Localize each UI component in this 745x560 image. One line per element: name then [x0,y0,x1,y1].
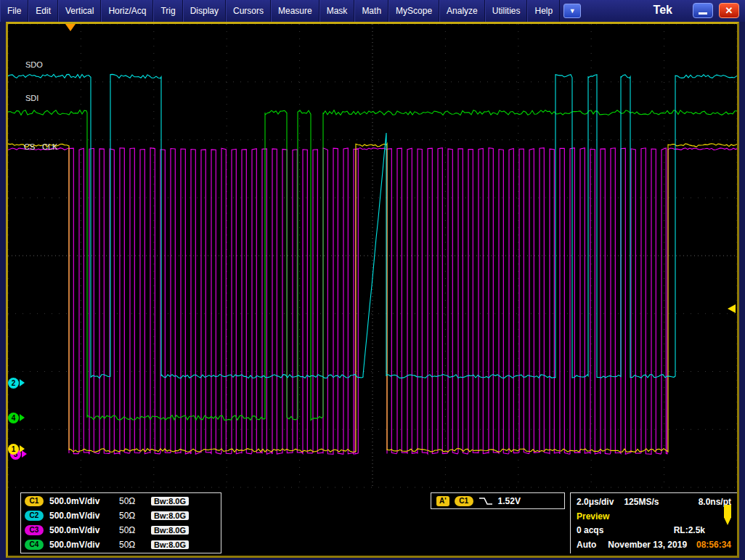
readout-panel: C1500.0mV/div50ΩBw:8.0GC2500.0mV/div50ΩB… [8,492,737,556]
menu-item-vertical[interactable]: Vertical [58,0,101,22]
channel-readout-c3[interactable]: C3500.0mV/div50ΩBw:8.0G [25,523,217,537]
chevron-down-icon: ▼ [569,7,576,15]
minimize-button[interactable] [693,3,713,18]
channel-readouts[interactable]: C1500.0mV/div50ΩBw:8.0GC2500.0mV/div50ΩB… [20,492,221,553]
menu-item-cursors[interactable]: Cursors [226,0,271,22]
trigger-a-badge: A' [436,496,449,506]
menu-dropdown-button[interactable]: ▼ [563,4,581,18]
channel-bandwidth: Bw:8.0G [151,540,189,549]
channel-marker-2[interactable]: 2 [8,377,25,389]
channel-bandwidth: Bw:8.0G [151,511,189,520]
graticule[interactable]: SDO SDI CS CLK 2431 [8,24,737,490]
graticule-grid [8,24,737,487]
menu-item-file[interactable]: File [0,0,28,22]
menu-item-math[interactable]: Math [354,0,388,22]
scope-display-frame: SDO SDI CS CLK 2431 C1500.0mV/div50ΩBw:8… [6,22,739,558]
channel-marker-bubble: 1 [8,444,19,455]
channel-badge[interactable]: C2 [25,511,44,521]
trigger-mode: Auto [577,540,596,550]
menu-item-edit[interactable]: Edit [28,0,58,22]
channel-bandwidth: Bw:8.0G [151,526,189,535]
preview-status: Preview [577,511,609,522]
menu-bar: FileEditVerticalHoriz/AcqTrigDisplayCurs… [0,0,745,22]
channel-scale: 500.0mV/div [49,525,119,535]
channel-scale: 500.0mV/div [49,496,119,506]
channel-bandwidth: Bw:8.0G [151,497,189,506]
channel-marker-bubble: 4 [8,413,19,423]
trigger-readout[interactable]: A' C1 1.52V [431,492,565,509]
menu-item-measure[interactable]: Measure [271,0,319,22]
channel-marker-arrow-icon [20,414,25,421]
channel-termination: 50Ω [119,525,151,535]
trace-sdo-cyan [8,74,737,378]
channel-marker-bubble: 2 [8,378,19,389]
record-length: RL:2.5k [674,525,705,535]
channel-readout-c2[interactable]: C2500.0mV/div50ΩBw:8.0G [25,509,217,523]
trigger-level-icon[interactable] [728,304,736,313]
sample-rate: 125MS/s [624,497,659,507]
minimize-icon [699,12,707,15]
waveform-svg [8,24,737,490]
channel-readout-c4[interactable]: C4500.0mV/div50ΩBw:8.0G [25,537,217,551]
trigger-level-value: 1.52V [498,496,521,506]
menu-item-display[interactable]: Display [183,0,226,22]
falling-edge-icon [479,496,493,506]
acquisition-readout: 2.0μs/div 125MS/s 8.0ns/pt Preview 0 acq… [570,492,737,553]
menu-item-myscope[interactable]: MyScope [388,0,439,22]
label-clk: CLK [42,142,57,151]
channel-marker-arrow-icon [20,445,25,453]
label-sdo: SDO [25,60,43,69]
menu-item-utilities[interactable]: Utilities [485,0,528,22]
channel-marker-arrow-icon [20,379,25,386]
menu-item-horizacq[interactable]: Horiz/Acq [101,0,153,22]
channel-badge[interactable]: C3 [25,525,44,535]
channel-scale: 500.0mV/div [49,540,119,550]
channel-termination: 50Ω [119,496,151,506]
timebase-row[interactable]: 2.0μs/div 125MS/s 8.0ns/pt [577,495,731,509]
channel-badge[interactable]: C4 [25,540,44,550]
channel-readout-c1[interactable]: C1500.0mV/div50ΩBw:8.0G [25,495,217,508]
channel-scale: 500.0mV/div [49,511,119,521]
date-label: November 13, 2019 [608,540,687,550]
tek-logo: Tek [654,4,672,17]
menu-item-trig[interactable]: Trig [153,0,182,22]
label-cs: CS [24,142,35,151]
acq-count: 0 acqs [577,525,603,535]
channel-marker-1[interactable]: 1 [8,443,25,455]
channel-badge[interactable]: C1 [25,496,44,506]
channel-termination: 50Ω [119,540,151,550]
menu-item-analyze[interactable]: Analyze [439,0,485,22]
trace-sdi-green [8,110,737,421]
menu-bar-items: FileEditVerticalHoriz/AcqTrigDisplayCurs… [0,0,560,22]
trace-clk-magenta [8,148,737,455]
label-sdi: SDI [25,94,38,102]
trigger-position-icon[interactable] [65,24,76,31]
close-icon: ✕ [725,5,733,16]
timebase-scale: 2.0μs/div [577,497,614,507]
menu-item-help[interactable]: Help [527,0,560,22]
channel-marker-4[interactable]: 4 [8,412,25,423]
trigger-source-badge: C1 [455,496,473,506]
close-button[interactable]: ✕ [719,3,739,18]
clock-time: 08:56:34 [696,540,731,550]
menu-item-mask[interactable]: Mask [319,0,355,22]
channel-termination: 50Ω [119,511,151,521]
